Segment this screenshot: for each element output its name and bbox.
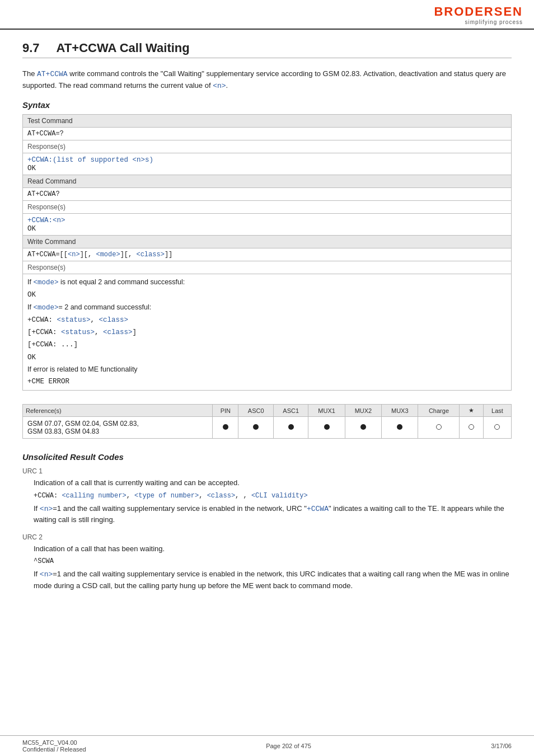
footer-status: Confidential / Released [22, 746, 86, 753]
read-command-code: AT+CCWA? [23, 188, 512, 201]
read-command-response: +CCWA:<n> OK [23, 214, 512, 236]
ref-col-asc1: ASC1 [273, 405, 308, 417]
ref-dot-last [483, 417, 511, 439]
test-command-header-row: Test Command [23, 115, 512, 128]
reference-data-row: GSM 07.07, GSM 02.04, GSM 02.83,GSM 03.8… [23, 417, 512, 439]
test-command-response-label: Response(s) [23, 140, 512, 153]
ref-dot-mux2 [345, 417, 381, 439]
section-title: AT+CCWA Call Waiting [57, 41, 190, 55]
footer-left: MC55_ATC_V04.00 Confidential / Released [22, 739, 86, 753]
ref-dot-star [460, 417, 483, 439]
urc-2-code: ^SCWA [34, 557, 512, 565]
read-command-label: Read Command [23, 175, 512, 188]
write-command-response: If <mode> is not equal 2 and command suc… [23, 274, 512, 391]
ref-col-pin: PIN [213, 405, 238, 417]
ref-dot-mux1 [308, 417, 345, 439]
ref-col-asc0: ASC0 [238, 405, 274, 417]
write-command-response-row: If <mode> is not equal 2 and command suc… [23, 274, 512, 391]
ref-header-left: Reference(s) [23, 405, 213, 417]
ref-refs: GSM 07.07, GSM 02.04, GSM 02.83,GSM 03.8… [23, 417, 213, 439]
urc-1-label: URC 1 [22, 467, 512, 475]
test-command-code-row: AT+CCWA=? [23, 128, 512, 140]
read-command-response-row: +CCWA:<n> OK [23, 214, 512, 236]
ref-col-star: ★ [460, 405, 483, 417]
write-command-response-label-row: Response(s) [23, 261, 512, 274]
test-command-label: Test Command [23, 115, 512, 128]
test-command-response-label-row: Response(s) [23, 140, 512, 153]
desc-text-middle: write command controls the "Call Waiting… [22, 69, 506, 90]
page-header: BRODERSEN simplifying process [0, 0, 534, 30]
test-command-response: +CCWA:(list of supported <n>s) OK [23, 153, 512, 175]
urc-2-label: URC 2 [22, 533, 512, 541]
urc-1-block: URC 1 Indication of a call that is curre… [22, 467, 512, 525]
logo-area: BRODERSEN simplifying process [434, 4, 523, 25]
read-command-header-row: Read Command [23, 175, 512, 188]
desc-code2: <n> [213, 82, 226, 90]
test-command-response-row: +CCWA:(list of supported <n>s) OK [23, 153, 512, 175]
command-table: Test Command AT+CCWA=? Response(s) +CCWA… [22, 114, 512, 391]
write-command-label: Write Command [23, 236, 512, 248]
description-paragraph: The AT+CCWA write command controls the "… [22, 68, 512, 91]
section-number: 9.7 [22, 41, 40, 55]
test-command-code: AT+CCWA=? [23, 128, 512, 140]
main-content: 9.7 AT+CCWA Call Waiting The AT+CCWA wri… [0, 30, 534, 605]
logo-text: BRODERSEN [434, 4, 523, 19]
desc-text-before: The [22, 69, 37, 78]
desc-code1: AT+CCWA [37, 70, 68, 78]
ref-dot-pin [213, 417, 238, 439]
write-command-header-row: Write Command [23, 236, 512, 248]
ref-dot-asc1 [273, 417, 308, 439]
reference-table: Reference(s) PIN ASC0 ASC1 MUX1 MUX2 MUX… [22, 404, 512, 439]
ref-dot-charge [418, 417, 460, 439]
syntax-heading: Syntax [22, 100, 512, 110]
ref-col-charge: Charge [418, 405, 460, 417]
urc-2-explanation: If <n>=1 and the call waiting supplement… [34, 569, 512, 591]
urc-1-code: +CCWA: <calling number>, <type of number… [34, 492, 512, 500]
urc-1-explanation: If <n>=1 and the call waiting supplement… [34, 503, 512, 525]
urc-2-block: URC 2 Indication of a call that has been… [22, 533, 512, 591]
ref-col-mux2: MUX2 [345, 405, 381, 417]
read-command-response-label: Response(s) [23, 201, 512, 214]
ref-dot-mux3 [382, 417, 418, 439]
ref-col-mux1: MUX1 [308, 405, 345, 417]
urc-heading: Unsolicited Result Codes [22, 452, 512, 462]
logo-sub: simplifying process [465, 19, 523, 25]
footer-doc-id: MC55_ATC_V04.00 [22, 739, 86, 746]
desc-text-end: . [226, 81, 228, 90]
write-command-code-row: AT+CCWA=[[<n>][, <mode>][, <class>]] [23, 248, 512, 261]
ref-col-last: Last [483, 405, 511, 417]
urc-1-description: Indication of a call that is currently w… [34, 477, 512, 489]
read-command-code-row: AT+CCWA? [23, 188, 512, 201]
write-command-code: AT+CCWA=[[<n>][, <mode>][, <class>]] [23, 248, 512, 261]
section-heading: 9.7 AT+CCWA Call Waiting [22, 41, 512, 58]
ref-col-mux3: MUX3 [382, 405, 418, 417]
ref-dot-asc0 [238, 417, 274, 439]
write-command-response-label: Response(s) [23, 261, 512, 274]
footer-center: Page 202 of 475 [266, 743, 311, 749]
reference-header-row: Reference(s) PIN ASC0 ASC1 MUX1 MUX2 MUX… [23, 405, 512, 417]
page-footer: MC55_ATC_V04.00 Confidential / Released … [0, 735, 534, 756]
urc-2-description: Indication of a call that has been waiti… [34, 543, 512, 555]
read-command-response-label-row: Response(s) [23, 201, 512, 214]
footer-date: 3/17/06 [491, 743, 512, 749]
